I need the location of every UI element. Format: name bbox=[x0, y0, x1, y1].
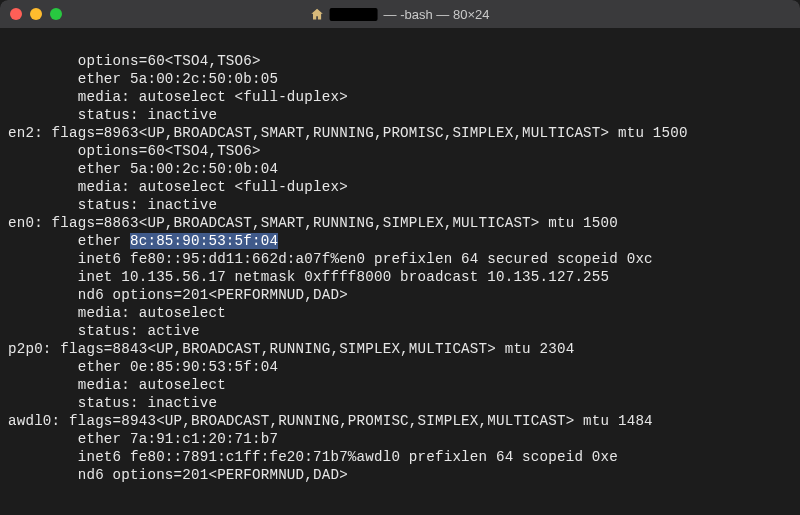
terminal-line: nd6 options=201<PERFORMNUD,DAD> bbox=[8, 287, 348, 303]
window-controls bbox=[10, 8, 62, 20]
redacted-text bbox=[330, 8, 378, 21]
title-text: — -bash — 80×24 bbox=[384, 7, 490, 22]
selected-mac-address: 8c:85:90:53:5f:04 bbox=[130, 233, 278, 249]
terminal-line: status: inactive bbox=[8, 395, 217, 411]
terminal-line: inet6 fe80::7891:c1ff:fe20:71b7%awdl0 pr… bbox=[8, 449, 618, 465]
terminal-line: status: inactive bbox=[8, 197, 217, 213]
terminal-line: options=60<TSO4,TSO6> bbox=[8, 143, 261, 159]
terminal-line: inet6 fe80::95:dd11:662d:a07f%en0 prefix… bbox=[8, 251, 653, 267]
close-button[interactable] bbox=[10, 8, 22, 20]
terminal-output[interactable]: options=60<TSO4,TSO6> ether 5a:00:2c:50:… bbox=[0, 28, 800, 515]
terminal-line: ether 5a:00:2c:50:0b:05 bbox=[8, 71, 278, 87]
terminal-line: ether 0e:85:90:53:5f:04 bbox=[8, 359, 278, 375]
terminal-line: ether 7a:91:c1:20:71:b7 bbox=[8, 431, 278, 447]
terminal-line: options=60<TSO4,TSO6> bbox=[8, 53, 261, 69]
terminal-line: media: autoselect <full-duplex> bbox=[8, 89, 348, 105]
terminal-line: inet 10.135.56.17 netmask 0xffff8000 bro… bbox=[8, 269, 609, 285]
terminal-line: nd6 options=201<PERFORMNUD,DAD> bbox=[8, 467, 348, 483]
terminal-line: awdl0: flags=8943<UP,BROADCAST,RUNNING,P… bbox=[8, 413, 653, 429]
terminal-line: p2p0: flags=8843<UP,BROADCAST,RUNNING,SI… bbox=[8, 341, 574, 357]
zoom-button[interactable] bbox=[50, 8, 62, 20]
terminal-line: media: autoselect <full-duplex> bbox=[8, 179, 348, 195]
terminal-line: status: inactive bbox=[8, 107, 217, 123]
home-icon bbox=[311, 8, 324, 21]
terminal-line: media: autoselect bbox=[8, 377, 226, 393]
terminal-line: en2: flags=8963<UP,BROADCAST,SMART,RUNNI… bbox=[8, 125, 688, 141]
terminal-line: media: autoselect bbox=[8, 305, 226, 321]
window-titlebar: — -bash — 80×24 bbox=[0, 0, 800, 28]
window-title: — -bash — 80×24 bbox=[311, 7, 490, 22]
minimize-button[interactable] bbox=[30, 8, 42, 20]
terminal-line: ether bbox=[8, 233, 130, 249]
terminal-line: status: active bbox=[8, 323, 200, 339]
terminal-line: ether 5a:00:2c:50:0b:04 bbox=[8, 161, 278, 177]
terminal-line: en0: flags=8863<UP,BROADCAST,SMART,RUNNI… bbox=[8, 215, 618, 231]
